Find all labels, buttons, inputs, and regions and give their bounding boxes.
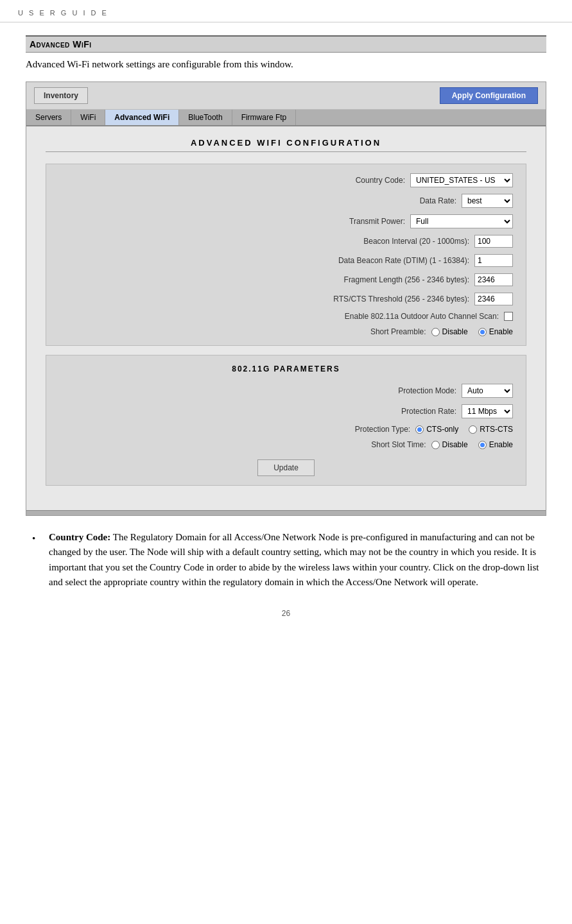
outdoor-channel-checkbox[interactable] (504, 312, 513, 321)
fragment-length-row: Fragment Length (256 - 2346 bytes): (59, 273, 513, 286)
bullet-section: • Country Code: The Regulatory Domain fo… (26, 530, 546, 590)
page-content: Advanced WiFi Advanced Wi-Fi network set… (0, 22, 572, 631)
beacon-interval-label: Beacon Interval (20 - 1000ms): (290, 237, 469, 246)
short-preamble-disable-radio[interactable] (431, 328, 440, 336)
slot-time-disable-radio[interactable] (431, 441, 440, 449)
slot-time-disable-label: Disable (442, 440, 468, 449)
data-beacon-rate-label: Data Beacon Rate (DTIM) (1 - 16384): (290, 256, 469, 265)
bullet-text: Country Code: The Regulatory Domain for … (49, 530, 546, 590)
transmit-power-row: Transmit Power: Full (59, 214, 513, 228)
tab-servers[interactable]: Servers (26, 110, 71, 125)
short-preamble-label: Short Preamble: (247, 327, 426, 336)
transmit-power-select[interactable]: Full (410, 214, 513, 228)
tab-advanced-wifi[interactable]: Advanced WiFi (105, 110, 179, 125)
rts-cts-row: RTS/CTS Threshold (256 - 2346 bytes): (59, 293, 513, 305)
protection-type-row: Protection Type: CTS-only RTS-CTS (59, 425, 513, 434)
short-preamble-enable-label: Enable (489, 327, 513, 336)
screenshot-box: Inventory Apply Configuration Servers Wi… (26, 81, 546, 516)
short-preamble-enable-radio[interactable] (478, 328, 487, 336)
transmit-power-label: Transmit Power: (225, 217, 405, 226)
config-title: ADVANCED WIFI CONFIGURATION (46, 138, 526, 152)
data-rate-row: Data Rate: best (59, 194, 513, 208)
bullet-dot: • (32, 531, 44, 590)
short-preamble-disable-label: Disable (442, 327, 468, 336)
main-form-section: Country Code: UNITED_STATES - US Data Ra… (46, 164, 526, 346)
protection-type-label: Protection Type: (230, 425, 410, 434)
list-item: • Country Code: The Regulatory Domain fo… (32, 530, 546, 590)
top-bar: Inventory Apply Configuration (26, 82, 546, 110)
section-heading: Advanced WiFi (26, 35, 546, 53)
rts-cts-option[interactable]: RTS-CTS (469, 425, 513, 434)
short-preamble-radio-group: Disable Enable (431, 327, 513, 336)
short-slot-time-radio-group: Disable Enable (431, 440, 513, 449)
sub-form-section: 802.11G PARAMETERS Protection Mode: Auto… (46, 355, 526, 486)
inventory-button[interactable]: Inventory (34, 87, 88, 104)
page-header: U S E R G U I D E (0, 0, 572, 22)
short-slot-time-row: Short Slot Time: Disable Enable (59, 440, 513, 449)
nav-tabs: Servers WiFi Advanced WiFi BlueTooth Fir… (26, 110, 546, 126)
data-beacon-rate-input[interactable] (474, 254, 513, 267)
sub-section-title: 802.11G PARAMETERS (59, 364, 513, 376)
update-button[interactable]: Update (257, 459, 315, 476)
intro-text: Advanced Wi-Fi network settings are conf… (26, 59, 546, 70)
cts-only-label: CTS-only (426, 425, 458, 434)
header-text: U S E R G U I D E (18, 9, 108, 17)
outdoor-channel-label: Enable 802.11a Outdoor Auto Channel Scan… (319, 312, 499, 321)
protection-type-radio-group: CTS-only RTS-CTS (415, 425, 513, 434)
slot-time-enable-label: Enable (489, 440, 513, 449)
country-code-row: Country Code: UNITED_STATES - US (59, 173, 513, 187)
data-beacon-rate-row: Data Beacon Rate (DTIM) (1 - 16384): (59, 254, 513, 267)
protection-mode-label: Protection Mode: (277, 386, 456, 395)
slot-time-enable-radio[interactable] (478, 441, 487, 449)
short-preamble-enable-option[interactable]: Enable (478, 327, 513, 336)
tab-wifi[interactable]: WiFi (71, 110, 105, 125)
page-number: 26 (26, 609, 546, 618)
cts-only-radio[interactable] (415, 425, 424, 434)
short-preamble-disable-option[interactable]: Disable (431, 327, 468, 336)
country-code-label: Country Code: (225, 176, 405, 185)
bottom-bar (26, 510, 546, 515)
rts-cts-radio[interactable] (469, 425, 477, 434)
country-code-select[interactable]: UNITED_STATES - US (410, 173, 513, 187)
bullet-description: The Regulatory Domain for all Access/One… (49, 532, 539, 587)
protection-mode-select[interactable]: Auto (462, 384, 513, 398)
short-slot-time-label: Short Slot Time: (247, 440, 426, 449)
protection-rate-select[interactable]: 11 Mbps (462, 404, 513, 418)
config-area: ADVANCED WIFI CONFIGURATION Country Code… (26, 126, 546, 510)
tab-firmware-ftp[interactable]: Firmware Ftp (232, 110, 297, 125)
protection-rate-label: Protection Rate: (277, 407, 456, 416)
beacon-interval-input[interactable] (474, 235, 513, 248)
rts-cts-label: RTS/CTS Threshold (256 - 2346 bytes): (290, 295, 469, 304)
rts-cts-label: RTS-CTS (480, 425, 513, 434)
fragment-length-input[interactable] (474, 273, 513, 286)
tab-bluetooth[interactable]: BlueTooth (179, 110, 232, 125)
rts-cts-input[interactable] (474, 293, 513, 305)
protection-mode-row: Protection Mode: Auto (59, 384, 513, 398)
beacon-interval-row: Beacon Interval (20 - 1000ms): (59, 235, 513, 248)
fragment-length-label: Fragment Length (256 - 2346 bytes): (290, 275, 469, 284)
cts-only-option[interactable]: CTS-only (415, 425, 458, 434)
section-heading-text: Advanced WiFi (30, 39, 92, 49)
data-rate-select[interactable]: best (462, 194, 513, 208)
short-preamble-row: Short Preamble: Disable Enable (59, 327, 513, 336)
bullet-term: Country Code: (49, 532, 110, 542)
protection-rate-row: Protection Rate: 11 Mbps (59, 404, 513, 418)
slot-time-enable-option[interactable]: Enable (478, 440, 513, 449)
apply-configuration-button[interactable]: Apply Configuration (440, 87, 538, 104)
data-rate-label: Data Rate: (277, 196, 456, 205)
outdoor-channel-row: Enable 802.11a Outdoor Auto Channel Scan… (59, 312, 513, 321)
slot-time-disable-option[interactable]: Disable (431, 440, 468, 449)
